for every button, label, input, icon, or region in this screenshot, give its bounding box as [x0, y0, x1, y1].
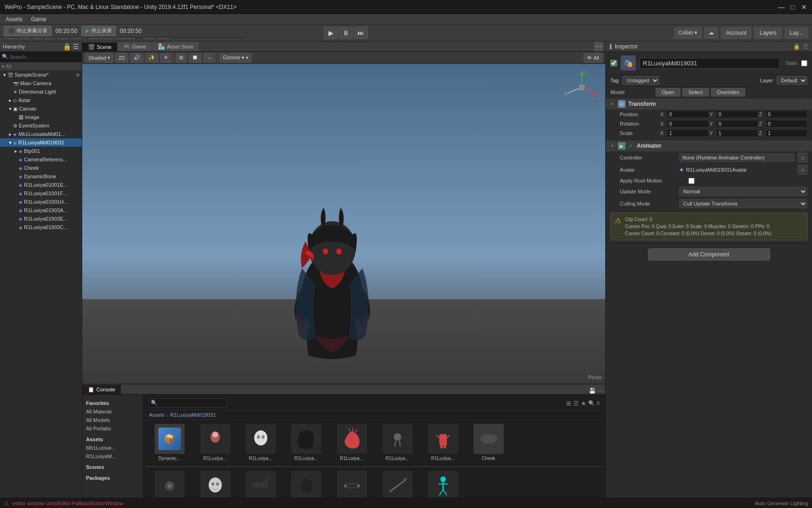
- inspector-menu-icon[interactable]: ☰: [803, 43, 808, 50]
- layout-btn[interactable]: Lay...: [785, 27, 808, 39]
- add-component-btn[interactable]: Add Component: [648, 248, 770, 261]
- scale-y-input[interactable]: [716, 129, 758, 137]
- rot-z-input[interactable]: [765, 120, 807, 127]
- asset-item-3[interactable]: R1Luxiya...: [284, 422, 328, 464]
- layers-btn[interactable]: Layers: [754, 27, 781, 39]
- breadcrumb-folder[interactable]: R1LuxiyaMd019031: [170, 412, 216, 418]
- scene-viewport[interactable]: y x z Perso Perso: [82, 64, 605, 384]
- tab-scene[interactable]: 🎬 Scene: [82, 42, 117, 51]
- transform-header[interactable]: ▾ ⊕ Transform ⋮: [606, 98, 812, 110]
- console-tab[interactable]: 📋 Console: [82, 385, 121, 394]
- asset-item-cheek[interactable]: Cheek: [466, 422, 511, 464]
- assets-star-btn[interactable]: ★: [581, 400, 586, 407]
- hierarchy-item-r1luxiya01001e[interactable]: ◈ R1Luxiya01001E...: [0, 181, 82, 189]
- hierarchy-item-astar[interactable]: ▸ ◇ Astar: [0, 96, 82, 104]
- apply-root-motion-checkbox[interactable]: [688, 178, 695, 184]
- hierarchy-search-input[interactable]: [0, 52, 82, 62]
- hierarchy-item-eventsystem[interactable]: ⚙ EventSystem: [0, 121, 82, 130]
- layer-select[interactable]: Default: [777, 76, 807, 85]
- shaded-btn[interactable]: Shaded: [85, 53, 113, 63]
- collab-btn[interactable]: Collab ▾: [674, 27, 702, 39]
- hierarchy-menu-icon[interactable]: ☰: [73, 43, 79, 50]
- console-options-btn[interactable]: ⋯: [598, 388, 603, 394]
- stop-record-btn[interactable]: ▶ 停止录屏: [81, 26, 116, 36]
- hierarchy-item-directionallight[interactable]: ☀ Directional Light: [0, 87, 82, 96]
- hierarchy-item-r1luxiya01903c[interactable]: ◈ R1Luxiya01903C...: [0, 223, 82, 231]
- stop-share-btn[interactable]: ⬛ 停止屏幕分享: [4, 26, 52, 36]
- hierarchy-item-mb1luosaita[interactable]: ▸ ◈ Mb1LuosaitaMd01...: [0, 130, 82, 138]
- menu-game[interactable]: Game: [27, 15, 50, 24]
- hierarchy-item-image[interactable]: 🖼 Image: [0, 113, 82, 121]
- grid-scene-btn[interactable]: ⊞: [176, 53, 187, 63]
- account-btn[interactable]: Account: [721, 27, 751, 39]
- asset-item-1[interactable]: R1Luxiya...: [193, 422, 237, 464]
- transform-menu-icon[interactable]: ⋮: [804, 102, 808, 107]
- hierarchy-item-bip001[interactable]: ▸ ◈ Bip001: [0, 147, 82, 155]
- all-material-item[interactable]: All Material: [82, 407, 143, 416]
- hierarchy-lock-icon[interactable]: 🔒: [63, 43, 71, 50]
- update-mode-select[interactable]: Normal: [679, 187, 807, 196]
- hierarchy-item-camerareference[interactable]: ◈ CameraReferenc...: [0, 155, 82, 164]
- hierarchy-item-maincamera[interactable]: 📷 Main Camera: [0, 79, 82, 87]
- all-prefabs-item[interactable]: All Prefabs: [82, 424, 143, 433]
- pos-y-input[interactable]: [716, 111, 758, 118]
- scale-x-input[interactable]: [667, 129, 709, 137]
- animator-menu-icon[interactable]: ⋮: [804, 143, 808, 149]
- rot-y-input[interactable]: [716, 120, 758, 127]
- minimize-btn[interactable]: —: [778, 4, 785, 10]
- maximize-btn[interactable]: □: [789, 4, 796, 10]
- hierarchy-all-filter[interactable]: ▾ All: [0, 62, 82, 71]
- hierarchy-item-r1luxiya01001f[interactable]: ◈ R1Luxiya01001F...: [0, 189, 82, 198]
- pause-btn[interactable]: ⏸: [339, 27, 353, 39]
- static-checkbox[interactable]: [801, 60, 807, 66]
- all-btn[interactable]: 👁 All: [584, 53, 602, 63]
- inspector-lock-icon[interactable]: 🔒: [793, 43, 800, 50]
- light-btn[interactable]: ☀: [160, 53, 172, 63]
- hierarchy-item-dynamicbone[interactable]: ◈ DynamicBone: [0, 172, 82, 181]
- mb1luosai-asset[interactable]: Mb1Luosai...: [82, 444, 143, 452]
- gizmos-btn[interactable]: Gizmos ▾: [219, 53, 251, 63]
- asset-item-5[interactable]: R1Luxiya...: [375, 422, 420, 464]
- asset-item-6[interactable]: R1Luxiya...: [421, 422, 465, 464]
- controller-pick-btn[interactable]: ⊙: [798, 153, 807, 162]
- culling-mode-select[interactable]: Cull Update Transforms: [679, 199, 807, 208]
- step-btn[interactable]: ⏭: [354, 27, 368, 39]
- hierarchy-item-samplescene[interactable]: ▾ 🎬 SampleScene* ⚙: [0, 71, 82, 79]
- assets-filter-btn[interactable]: ☰: [573, 400, 579, 407]
- tab-asset-store[interactable]: 🏪 Asset Store: [152, 42, 200, 51]
- scene-more-btn[interactable]: ⋯: [594, 42, 603, 51]
- avatar-pick-btn[interactable]: ⊙: [798, 165, 807, 175]
- assets-search-input[interactable]: [149, 398, 227, 408]
- tab-game[interactable]: 🎮 Game: [117, 42, 152, 51]
- snap-scene-btn[interactable]: 🔲: [188, 53, 202, 63]
- asset-item-4[interactable]: R1Luxiya...: [329, 422, 374, 464]
- pos-x-input[interactable]: [667, 111, 709, 118]
- all-models-item[interactable]: All Models: [82, 416, 143, 424]
- cloud-btn[interactable]: ☁: [704, 27, 718, 39]
- scale-z-input[interactable]: [765, 129, 807, 137]
- hierarchy-item-r1luxiya01001h[interactable]: ◈ R1Luxiya01001H...: [0, 198, 82, 206]
- menu-assets[interactable]: Assets: [2, 15, 26, 24]
- pos-z-input[interactable]: [765, 111, 807, 118]
- tag-select[interactable]: Untagged: [623, 76, 659, 85]
- hierarchy-item-r1luxiya01903e[interactable]: ◈ R1Luxiya01903E...: [0, 214, 82, 223]
- close-btn[interactable]: ✕: [801, 4, 807, 10]
- audio-btn[interactable]: 🔊: [130, 53, 143, 63]
- hierarchy-item-canvas[interactable]: ▾ ▣ Canvas: [0, 104, 82, 113]
- animator-header[interactable]: ▾ ▶ ✓ Animator ⋮: [606, 140, 812, 151]
- asset-item-2[interactable]: R1Luxiya...: [238, 422, 283, 464]
- fx-btn[interactable]: ✨: [145, 53, 158, 63]
- model-select-btn[interactable]: Select: [682, 88, 709, 96]
- 2d-btn[interactable]: 2D: [115, 53, 128, 63]
- model-open-btn[interactable]: Open: [656, 88, 680, 96]
- rot-x-input[interactable]: [667, 120, 709, 127]
- move-scene-btn[interactable]: ↔: [203, 53, 215, 63]
- console-save-btn[interactable]: 💾: [589, 388, 596, 394]
- r1luxiyam-asset[interactable]: R1LuxiyaM...: [82, 452, 143, 460]
- breadcrumb-assets[interactable]: Assets: [149, 412, 164, 418]
- assets-list-view-btn[interactable]: ⊞: [566, 400, 571, 407]
- model-overrides-btn[interactable]: Overrides: [711, 88, 746, 96]
- play-btn[interactable]: ▶: [324, 27, 338, 39]
- object-enabled-checkbox[interactable]: [610, 60, 617, 66]
- asset-item-dynamic[interactable]: 📦 Dynamic...: [147, 422, 192, 464]
